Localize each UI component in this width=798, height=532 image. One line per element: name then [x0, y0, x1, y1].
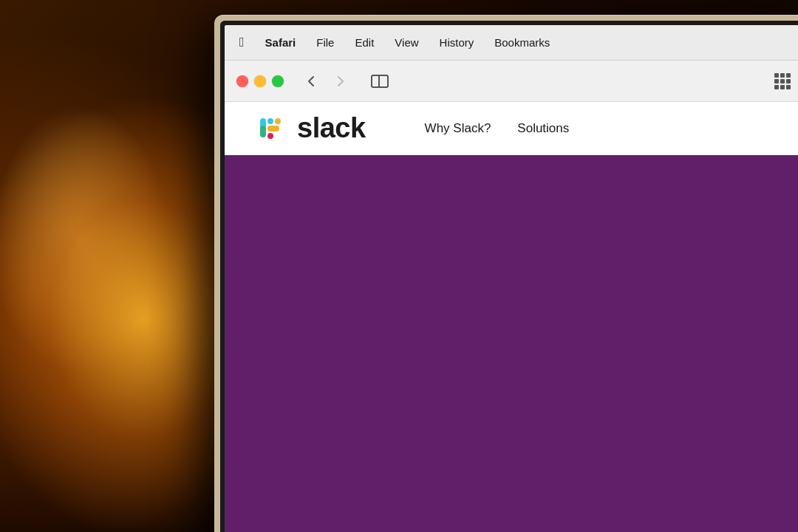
grid-dot [786, 85, 791, 89]
grid-dot [780, 85, 785, 89]
menu-item-view[interactable]: View [395, 36, 418, 49]
back-button[interactable] [299, 69, 324, 94]
screen:  Safari File Edit View History Bookmark… [225, 25, 798, 532]
grid-dot [786, 73, 791, 78]
maximize-button[interactable] [272, 75, 284, 87]
grid-dot [780, 79, 785, 83]
grid-dot [774, 85, 779, 89]
sidebar-toggle-button[interactable] [365, 69, 395, 94]
slack-nav: slack Why Slack? Solutions [225, 102, 798, 155]
menu-item-edit[interactable]: Edit [355, 36, 374, 49]
forward-button[interactable] [328, 69, 353, 94]
apple-logo-icon[interactable]:  [239, 35, 245, 50]
grid-view-icon[interactable] [774, 73, 791, 89]
macbook-frame:  Safari File Edit View History Bookmark… [214, 15, 798, 532]
slack-logo[interactable]: slack [254, 112, 366, 145]
svg-rect-4 [267, 133, 273, 139]
slack-hero-section [225, 155, 798, 532]
slack-logo-icon [254, 112, 287, 145]
minimize-button[interactable] [254, 75, 266, 87]
grid-dot [780, 73, 785, 78]
svg-rect-1 [267, 118, 273, 124]
slack-nav-links: Why Slack? Solutions [425, 121, 570, 136]
slack-wordmark: slack [297, 112, 366, 144]
safari-toolbar [225, 61, 798, 102]
screen-bezel:  Safari File Edit View History Bookmark… [220, 21, 798, 532]
svg-rect-3 [275, 118, 281, 124]
menu-item-history[interactable]: History [440, 36, 474, 49]
svg-rect-6 [267, 126, 273, 132]
nav-buttons [299, 69, 353, 94]
svg-rect-5 [260, 126, 266, 137]
menu-bar:  Safari File Edit View History Bookmark… [225, 25, 798, 61]
traffic-lights [236, 75, 284, 87]
nav-link-solutions[interactable]: Solutions [517, 121, 569, 136]
grid-dot [786, 79, 791, 83]
menu-item-safari[interactable]: Safari [265, 36, 296, 49]
toolbar-right [774, 73, 791, 89]
grid-dot [774, 73, 779, 78]
menu-item-file[interactable]: File [316, 36, 334, 49]
close-button[interactable] [236, 75, 248, 87]
grid-dot [774, 79, 779, 83]
sidebar-icon [371, 75, 389, 88]
website-content: slack Why Slack? Solutions [225, 102, 798, 532]
menu-item-bookmarks[interactable]: Bookmarks [494, 36, 550, 49]
nav-link-why-slack[interactable]: Why Slack? [425, 121, 491, 136]
